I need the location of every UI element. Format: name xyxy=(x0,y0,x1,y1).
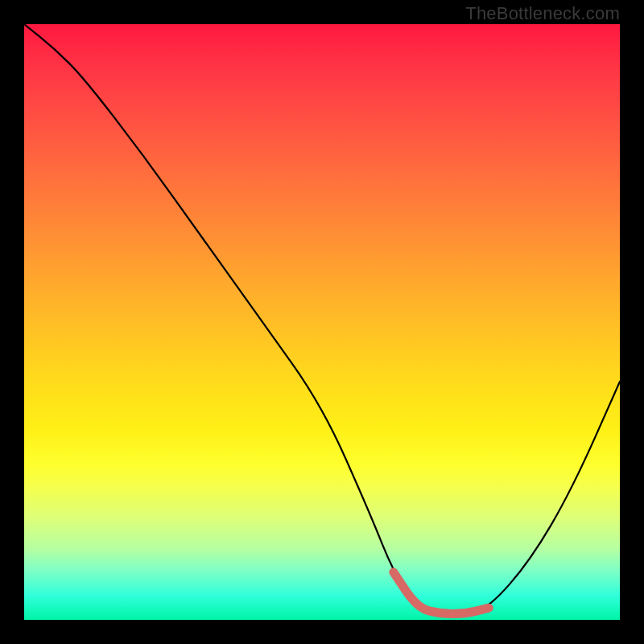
curve-svg xyxy=(24,24,620,620)
watermark-text: TheBottleneck.com xyxy=(465,3,620,24)
chart-frame: TheBottleneck.com xyxy=(0,0,644,644)
plot-area xyxy=(24,24,620,620)
highlight-segment xyxy=(394,572,489,614)
bottleneck-line xyxy=(24,24,620,614)
